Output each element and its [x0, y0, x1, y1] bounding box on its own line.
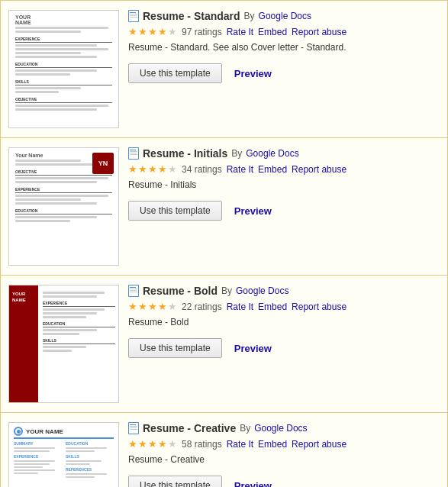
use-template-btn-creative[interactable]: Use this template — [128, 476, 222, 487]
star2: ★ — [138, 163, 147, 175]
svg-rect-9 — [130, 151, 137, 152]
star1: ★ — [128, 163, 137, 175]
template-item-standard: YOURNAME EXPERIENCE EDUCATION SKILLS OBJ… — [1, 1, 447, 138]
thumbnail-bold: YOURNAME EXPERIENCE EDUCATION SKILLS — [8, 285, 119, 403]
use-template-btn-initials[interactable]: Use this template — [128, 201, 222, 221]
svg-rect-8 — [130, 150, 136, 150]
star5: ★ — [168, 26, 177, 37]
preview-link-initials[interactable]: Preview — [234, 205, 272, 217]
svg-rect-11 — [130, 154, 137, 155]
svg-rect-14 — [130, 287, 136, 288]
svg-rect-10 — [130, 153, 137, 153]
thumbnail-creative: YOUR NAME SUMMARY EXPERIENCE EDUCATION — [8, 422, 119, 487]
use-template-btn-standard[interactable]: Use this template — [128, 63, 222, 83]
by-label-bold: By — [221, 285, 232, 296]
star1: ★ — [128, 438, 137, 450]
template-item-initials: Your Name OBJECTIVE EXPERIENCE EDUCATION… — [1, 138, 447, 276]
thumbnail-standard: YOURNAME EXPERIENCE EDUCATION SKILLS OBJ… — [8, 10, 119, 128]
star3: ★ — [148, 163, 157, 175]
rating-row-bold: ★ ★ ★ ★ ★ 22 ratings Rate It Embed Repor… — [128, 301, 440, 312]
star4: ★ — [158, 26, 167, 37]
rate-it-link-standard[interactable]: Rate It — [227, 27, 253, 37]
stars-creative: ★ ★ ★ ★ ★ — [128, 438, 177, 450]
bold-content: EXPERIENCE EDUCATION SKILLS — [43, 290, 115, 353]
ratings-count-standard: 97 ratings — [182, 27, 222, 37]
star2: ★ — [138, 438, 147, 450]
template-desc-bold: Resume - Bold — [128, 317, 440, 327]
svg-rect-22 — [130, 427, 137, 428]
star2: ★ — [138, 301, 147, 312]
template-desc-creative: Resume - Creative — [128, 454, 440, 465]
action-row-standard: Use this template Preview — [128, 63, 440, 83]
doc-icon-creative — [128, 422, 139, 434]
title-row-creative: Resume - Creative By Google Docs — [128, 422, 440, 434]
preview-link-creative[interactable]: Preview — [234, 480, 272, 488]
title-row-bold: Resume - Bold By Google Docs — [128, 285, 440, 297]
star3: ★ — [148, 26, 157, 37]
svg-rect-21 — [130, 426, 137, 427]
svg-rect-23 — [130, 429, 137, 430]
template-item-creative: YOUR NAME SUMMARY EXPERIENCE EDUCATION — [1, 413, 447, 487]
star4: ★ — [158, 301, 167, 312]
embed-link-creative[interactable]: Embed — [258, 439, 287, 450]
author-link-standard[interactable]: Google Docs — [259, 11, 311, 21]
star3: ★ — [148, 301, 157, 312]
star5: ★ — [168, 163, 177, 175]
star5: ★ — [168, 301, 177, 312]
report-abuse-link-initials[interactable]: Report abuse — [292, 164, 346, 175]
use-template-btn-bold[interactable]: Use this template — [128, 338, 222, 358]
template-name-bold: Resume - Bold — [143, 285, 218, 297]
preview-link-standard[interactable]: Preview — [234, 68, 272, 79]
bold-name-text: YOURNAME — [12, 292, 26, 304]
bold-sidebar: YOURNAME — [9, 285, 38, 402]
author-link-creative[interactable]: Google Docs — [254, 423, 307, 434]
embed-link-bold[interactable]: Embed — [258, 302, 287, 312]
template-desc-initials: Resume - Initials — [128, 179, 440, 190]
doc-icon-bold — [128, 285, 139, 297]
action-row-initials: Use this template Preview — [128, 201, 440, 221]
svg-rect-20 — [130, 424, 136, 425]
star4: ★ — [158, 438, 167, 450]
star3: ★ — [148, 438, 157, 450]
by-label-standard: By — [244, 11, 255, 21]
star1: ★ — [128, 26, 137, 37]
ratings-count-creative: 58 ratings — [182, 439, 222, 450]
report-abuse-link-bold[interactable]: Report abuse — [292, 302, 346, 312]
star1: ★ — [128, 301, 137, 312]
stars-standard: ★ ★ ★ ★ ★ — [128, 26, 177, 37]
stars-initials: ★ ★ ★ ★ ★ — [128, 163, 177, 175]
author-link-bold[interactable]: Google Docs — [236, 285, 288, 296]
yn-badge: YN — [92, 153, 114, 174]
title-row-initials: Resume - Initials By Google Docs — [128, 147, 440, 160]
embed-link-standard[interactable]: Embed — [258, 27, 287, 37]
by-label-initials: By — [231, 148, 242, 159]
svg-rect-4 — [130, 15, 137, 16]
template-name-initials: Resume - Initials — [143, 147, 227, 160]
author-link-initials[interactable]: Google Docs — [246, 148, 298, 159]
template-name-standard: Resume - Standard — [143, 10, 240, 22]
star4: ★ — [158, 163, 167, 175]
template-list: YOURNAME EXPERIENCE EDUCATION SKILLS OBJ… — [0, 0, 448, 487]
action-row-bold: Use this template Preview — [128, 338, 440, 358]
thumbnail-initials: Your Name OBJECTIVE EXPERIENCE EDUCATION… — [8, 147, 119, 266]
embed-link-initials[interactable]: Embed — [258, 164, 287, 175]
rate-it-link-creative[interactable]: Rate It — [227, 439, 253, 450]
svg-rect-16 — [130, 290, 137, 291]
svg-rect-3 — [130, 14, 137, 15]
ratings-count-initials: 34 ratings — [182, 164, 222, 175]
svg-rect-5 — [130, 17, 137, 18]
template-item-bold: YOURNAME EXPERIENCE EDUCATION SKILLS — [1, 276, 447, 413]
template-info-initials: Resume - Initials By Google Docs ★ ★ ★ ★… — [128, 147, 440, 221]
rating-row-creative: ★ ★ ★ ★ ★ 58 ratings Rate It Embed Repor… — [128, 438, 440, 450]
rate-it-link-initials[interactable]: Rate It — [227, 164, 253, 175]
action-row-creative: Use this template Preview — [128, 476, 440, 487]
report-abuse-link-creative[interactable]: Report abuse — [292, 439, 346, 450]
stars-bold: ★ ★ ★ ★ ★ — [128, 301, 177, 312]
template-desc-standard: Resume - Standard. See also Cover letter… — [128, 42, 440, 53]
preview-link-bold[interactable]: Preview — [234, 343, 272, 354]
rate-it-link-bold[interactable]: Rate It — [227, 302, 253, 312]
by-label-creative: By — [240, 423, 250, 434]
ratings-count-bold: 22 ratings — [182, 302, 222, 312]
svg-rect-15 — [130, 289, 137, 289]
report-abuse-link-standard[interactable]: Report abuse — [292, 27, 346, 37]
